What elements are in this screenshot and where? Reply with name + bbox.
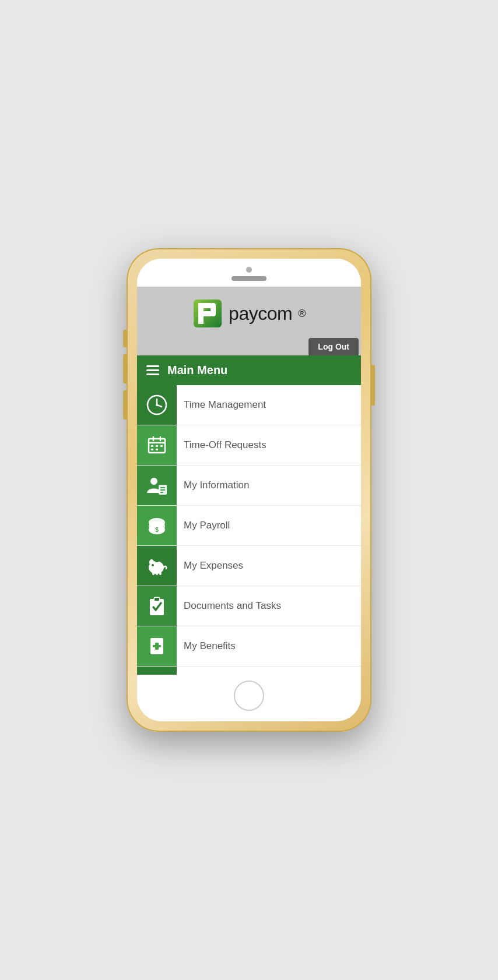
svg-rect-5 [204,308,211,311]
app-screen: paycom® Log Out Main Menu [137,287,361,675]
svg-rect-33 [156,572,158,575]
svg-rect-14 [151,445,153,447]
svg-rect-3 [198,311,211,316]
my-payroll-icon-box: $ [137,506,177,545]
svg-rect-32 [152,572,155,575]
svg-point-30 [152,564,154,566]
paycom-logo-icon [192,298,223,329]
logout-row: Log Out [137,338,361,355]
phone-device: paycom® Log Out Main Menu [127,248,371,732]
time-off-icon-box [137,425,177,465]
svg-rect-4 [211,303,216,316]
svg-rect-16 [160,445,163,447]
calendar-icon [146,434,168,456]
volume-down-button [123,390,127,420]
svg-rect-17 [151,449,153,450]
my-benefits-label: My Benefits [177,640,236,652]
app-header: paycom® [137,287,361,338]
my-information-label: My Information [177,480,249,491]
svg-rect-15 [156,445,158,447]
menu-item-time-off[interactable]: Time-Off Requests [137,425,361,466]
menu-item-documents-tasks[interactable]: Documents and Tasks [137,586,361,626]
svg-rect-31 [155,561,159,562]
my-information-icon [146,474,168,496]
menu-item-my-performance[interactable]: My Performance [137,667,361,675]
phone-top-bar [137,259,361,287]
menu-item-my-expenses[interactable]: My Expenses [137,546,361,586]
logo: paycom® [192,298,306,329]
main-menu: Main Menu Time Management [137,355,361,675]
phone-bottom [137,675,361,721]
phone-screen: paycom® Log Out Main Menu [137,259,361,721]
menu-header: Main Menu [137,355,361,385]
svg-point-9 [156,404,158,406]
documents-tasks-icon [146,595,168,617]
svg-rect-18 [156,449,158,450]
my-benefits-icon-box [137,626,177,666]
svg-rect-2 [198,303,211,308]
mute-button [123,330,127,347]
speaker-grille [232,276,266,281]
side-button-right [371,365,375,406]
menu-item-my-benefits[interactable]: My Benefits [137,626,361,667]
expenses-icon [146,555,168,577]
time-management-icon-box [137,385,177,425]
my-expenses-icon-box [137,546,177,586]
clock-icon [146,394,168,416]
time-off-label: Time-Off Requests [177,439,266,451]
menu-item-my-information[interactable]: My Information [137,466,361,506]
power-button [371,365,375,406]
svg-rect-37 [155,598,159,601]
camera-dot [246,267,252,273]
home-button[interactable] [234,681,264,711]
svg-rect-40 [153,645,161,647]
svg-text:$: $ [155,527,159,533]
my-information-icon-box [137,466,177,505]
logout-button[interactable]: Log Out [308,338,359,355]
my-payroll-label: My Payroll [177,520,230,531]
logo-text: paycom [229,303,292,325]
my-performance-icon-box [137,667,177,675]
side-buttons-left [123,330,127,420]
volume-up-button [123,354,127,383]
my-expenses-label: My Expenses [177,560,243,572]
menu-item-my-payroll[interactable]: $ My Payroll [137,506,361,546]
logo-registered: ® [298,308,306,320]
menu-item-time-management[interactable]: Time Management [137,385,361,425]
documents-tasks-icon-box [137,586,177,626]
documents-tasks-label: Documents and Tasks [177,600,281,612]
menu-title: Main Menu [167,364,227,377]
svg-rect-34 [159,572,162,575]
time-management-label: Time Management [177,399,266,411]
payroll-icon: $ [146,514,168,537]
benefits-icon [146,635,168,657]
svg-point-19 [150,478,157,485]
hamburger-icon [146,365,159,375]
